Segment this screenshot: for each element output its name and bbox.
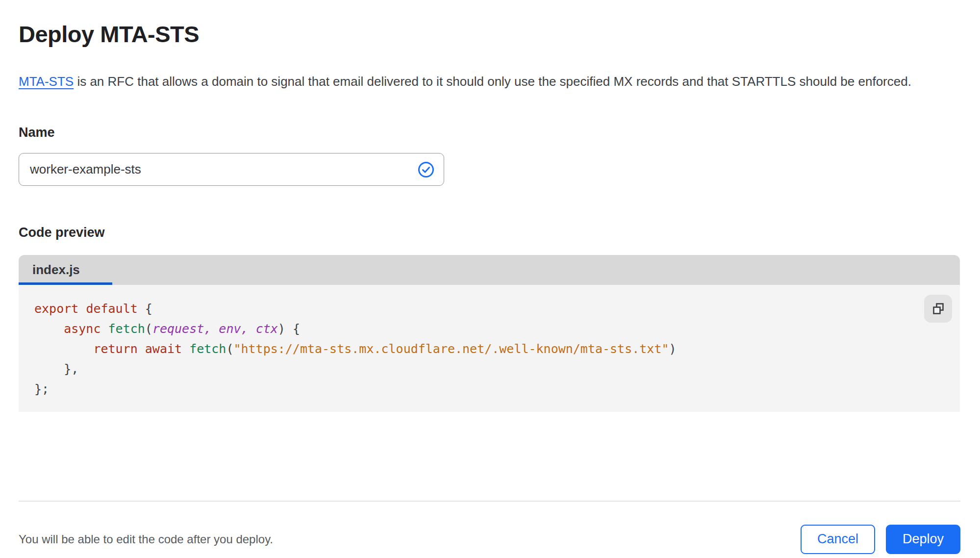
- copy-icon: [932, 303, 945, 315]
- deploy-mta-sts-page: Deploy MTA-STS MTA-STS is an RFC that al…: [0, 0, 980, 558]
- name-input-wrap: [19, 153, 444, 186]
- footer-actions: Cancel Deploy: [801, 525, 960, 554]
- cancel-button[interactable]: Cancel: [801, 525, 875, 554]
- deploy-button[interactable]: Deploy: [886, 525, 960, 554]
- description: MTA-STS is an RFC that allows a domain t…: [19, 71, 950, 93]
- footer: You will be able to edit the code after …: [19, 502, 960, 558]
- check-circle-icon: [418, 161, 434, 178]
- footer-zone: You will be able to edit the code after …: [19, 501, 960, 558]
- description-text: is an RFC that allows a domain to signal…: [74, 74, 911, 89]
- tab-index-js[interactable]: index.js: [19, 255, 112, 285]
- copy-code-button[interactable]: [924, 295, 952, 323]
- name-input[interactable]: [19, 153, 444, 186]
- code-block: export default { async fetch(request, en…: [34, 299, 921, 399]
- page-title: Deploy MTA-STS: [19, 21, 960, 48]
- name-field-label: Name: [19, 125, 960, 140]
- footer-note: You will be able to edit the code after …: [19, 533, 273, 546]
- code-tab-bar: index.js: [19, 255, 960, 285]
- code-preview-card: index.js export default { async fetch(re…: [19, 255, 960, 412]
- code-area: export default { async fetch(request, en…: [19, 285, 960, 412]
- code-preview-label: Code preview: [19, 225, 960, 240]
- mta-sts-link[interactable]: MTA-STS: [19, 74, 74, 89]
